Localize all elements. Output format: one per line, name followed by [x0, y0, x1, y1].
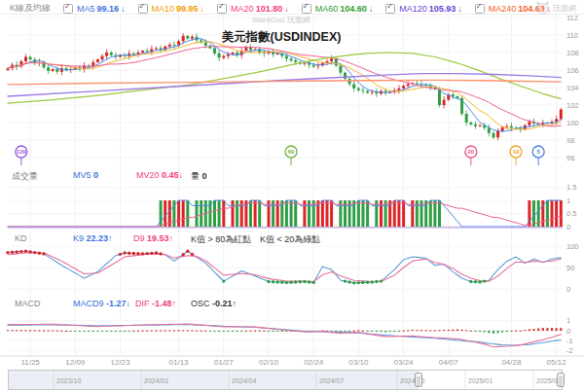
kd-green-dot — [357, 281, 360, 284]
ma120-checkbox[interactable] — [385, 4, 395, 14]
osc-bar — [551, 328, 553, 331]
osc-bar — [348, 331, 350, 332]
kd-red-dot — [146, 252, 149, 255]
osc-bar — [357, 330, 359, 331]
ma120-label: MA120 — [399, 4, 427, 14]
volume-bar — [164, 200, 166, 227]
kd-green-dot — [294, 280, 297, 283]
osc-bar — [60, 331, 62, 332]
navigator-handle-left[interactable] — [416, 374, 422, 387]
osc-bar — [240, 331, 242, 332]
osc-bar — [403, 331, 405, 332]
volume-bar — [438, 200, 441, 227]
kd-red-dot — [141, 252, 144, 255]
ma60-arrow: ↓ — [369, 4, 374, 14]
ma10-checkbox[interactable] — [138, 4, 148, 14]
ma20-legend[interactable]: MA20101.80↓ — [217, 4, 289, 14]
volume-legend-bar: 成交量 MV5 0 MV20 0.45↓ 量 0 — [0, 170, 584, 183]
candle-body — [155, 49, 158, 50]
kd-red-dot — [24, 250, 27, 253]
ma5-legend[interactable]: MA599.16↓ — [63, 4, 126, 14]
ma20-checkbox[interactable] — [217, 4, 227, 14]
candle-body — [290, 58, 293, 60]
osc-bar — [340, 331, 342, 332]
candle-body — [294, 60, 297, 62]
date-tick-label: 04/28 — [501, 358, 522, 367]
volume-bar — [555, 200, 558, 227]
kd-red-dot — [38, 252, 41, 255]
candle-body — [146, 51, 149, 52]
volume-bar — [236, 200, 238, 227]
candle-body — [330, 58, 333, 61]
volume-bar — [532, 200, 535, 227]
kd-green-dot — [469, 280, 472, 283]
osc-bar — [510, 331, 512, 332]
kd-green-dot — [352, 281, 355, 284]
price-axis-label: 98 — [566, 136, 574, 145]
kd-green-dot — [478, 280, 481, 283]
kd-green-dot — [366, 280, 369, 283]
candle-body — [141, 51, 144, 53]
mascot-icon — [534, 1, 551, 15]
mv20-legend: MV20 0.45↓ — [136, 170, 183, 180]
osc-bar — [156, 331, 158, 332]
wantgoo-logo[interactable]: 玩股網 — [534, 1, 576, 15]
kd-axis-label: 50 — [566, 264, 574, 272]
osc-bar — [110, 331, 112, 332]
osc-bar — [501, 331, 503, 333]
ma60-legend[interactable]: MA60104.60↓ — [302, 4, 374, 14]
candle-body — [303, 63, 306, 64]
volume-bar — [429, 200, 432, 227]
logo-text: 玩股網 — [553, 3, 576, 14]
ma10-legend[interactable]: MA1099.95↓ — [138, 4, 205, 14]
ma120-legend[interactable]: MA120105.93↓ — [385, 4, 462, 14]
candle-body — [362, 90, 365, 91]
osc-bar — [168, 331, 170, 332]
kd-red-dot — [155, 251, 158, 254]
osc-bar — [43, 331, 45, 332]
volume-bar — [294, 200, 297, 227]
candle-body — [339, 66, 342, 73]
osc-bar — [520, 331, 522, 332]
osc-bar — [250, 331, 252, 332]
osc-bar — [182, 330, 184, 331]
price-axis-label: 106 — [566, 66, 579, 75]
ma5-checkbox[interactable] — [63, 4, 73, 14]
osc-bar — [493, 331, 494, 334]
osc-bar — [407, 330, 409, 331]
candle-body — [456, 96, 459, 98]
date-tick-label: 11/25 — [20, 358, 40, 367]
candle-body — [232, 53, 235, 54]
ma240-checkbox[interactable] — [475, 4, 485, 14]
ma60-checkbox[interactable] — [302, 4, 311, 14]
mv5-legend: MV5 0 — [73, 170, 98, 180]
candle-body — [24, 57, 27, 62]
stock-chart-app: 11211010810610410210098961.510.501005001… — [0, 0, 584, 392]
kd-green-dot — [280, 280, 283, 283]
osc-bar — [515, 331, 517, 332]
ma120-line — [8, 74, 561, 96]
volume-bar — [330, 200, 333, 227]
kd-red-dot — [19, 250, 22, 253]
osc-bar — [479, 331, 481, 332]
ma20-label: MA20 — [231, 4, 254, 14]
osc-bar — [452, 330, 454, 331]
osc-bar — [276, 331, 278, 332]
badge-text: 10 — [513, 149, 520, 155]
date-tick-label: 02/10 — [259, 358, 279, 367]
d9-legend: D9 19.53↑ — [133, 233, 173, 243]
mv20-line — [8, 203, 561, 227]
kd-green-dot — [267, 280, 270, 283]
ma20-arrow: ↓ — [284, 4, 289, 14]
navigator-handle-right[interactable] — [558, 374, 565, 387]
kd-red-dot — [132, 252, 135, 255]
osc-bar — [56, 331, 58, 332]
candle-body — [249, 48, 252, 51]
osc-bar — [34, 331, 36, 332]
osc-bar — [484, 331, 486, 333]
osc-bar — [92, 331, 94, 332]
osc-bar — [196, 331, 198, 332]
candle-body — [371, 92, 374, 93]
ma5-label: MA5 — [77, 4, 95, 14]
osc-bar — [556, 328, 558, 331]
